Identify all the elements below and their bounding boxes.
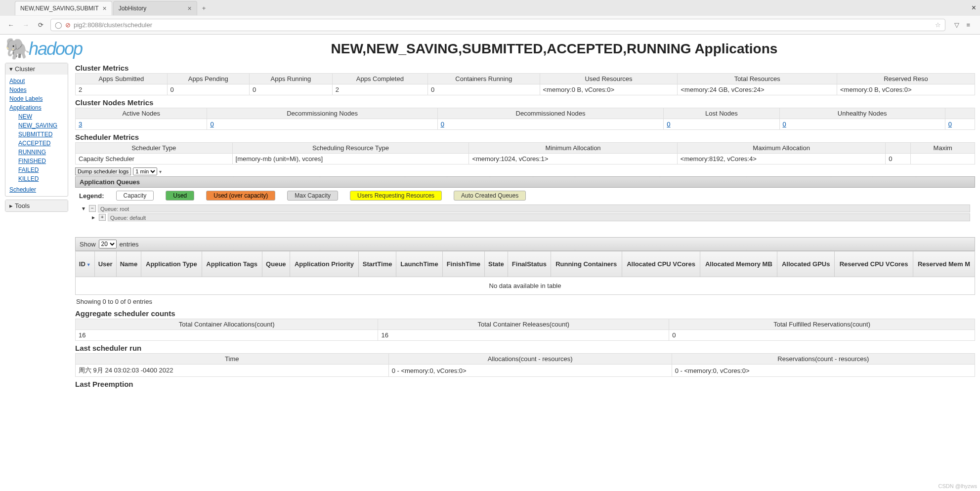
tab-label: NEW,NEW_SAVING,SUBMIT xyxy=(20,5,98,12)
th xyxy=(886,143,911,154)
app-queues-header: Application Queues xyxy=(75,176,975,188)
decom-nodes-link[interactable]: 0 xyxy=(210,121,213,128)
th-apptags[interactable]: Application Tags xyxy=(202,251,262,277)
tab-label: JobHistory xyxy=(119,5,147,12)
td: 0 xyxy=(427,84,540,95)
th-mem[interactable]: Allocated Memory MB xyxy=(700,251,777,277)
td: 0 xyxy=(886,154,911,164)
close-icon[interactable]: × xyxy=(102,4,106,12)
window-close-icon[interactable]: × xyxy=(972,3,976,12)
th: Minimum Allocation xyxy=(469,143,677,154)
cluster-metrics-title: Cluster Metrics xyxy=(75,64,975,72)
sidebar: ▾ Cluster About Nodes Node Labels Applic… xyxy=(5,63,68,389)
plus-icon[interactable]: + xyxy=(99,214,106,221)
td: 2 xyxy=(332,84,427,95)
th-finalstatus[interactable]: FinalStatus xyxy=(508,251,551,277)
th-state[interactable]: State xyxy=(484,251,508,277)
th-name[interactable]: Name xyxy=(116,251,141,277)
active-nodes-link[interactable]: 3 xyxy=(79,121,82,128)
forward-button[interactable]: → xyxy=(21,20,31,30)
th-vcores[interactable]: Allocated CPU VCores xyxy=(622,251,700,277)
th-id[interactable]: ID▼ xyxy=(76,251,95,277)
bookmark-star-icon[interactable]: ☆ xyxy=(935,21,941,29)
sidebar-link-finished[interactable]: FINISHED xyxy=(18,157,64,165)
sidebar-link-nodes[interactable]: Nodes xyxy=(9,85,64,94)
td: 0 - <memory:0, vCores:0> xyxy=(388,365,672,377)
unhealthy-nodes-link[interactable]: 0 xyxy=(783,121,786,128)
nodes-metrics-title: Cluster Nodes Metrics xyxy=(75,98,975,107)
nodes-link[interactable]: 0 xyxy=(948,121,952,128)
url-bar[interactable]: ◯ ⊘ ☆ xyxy=(50,19,945,31)
dump-scheduler-row: Dump scheduler logs 1 min ▾ xyxy=(75,167,975,175)
th-launchtime[interactable]: LaunchTime xyxy=(396,251,443,277)
th: Allocations(count - resources) xyxy=(388,354,672,365)
tab-inactive[interactable]: JobHistory × xyxy=(113,1,197,15)
th: Reservations(count - resources) xyxy=(672,354,975,365)
th-queue[interactable]: Queue xyxy=(262,251,290,277)
sidebar-link-failed[interactable]: FAILED xyxy=(18,165,64,174)
td: 2 xyxy=(76,84,168,95)
sidebar-link-about[interactable]: About xyxy=(9,77,64,85)
new-tab-button[interactable]: + xyxy=(198,2,210,14)
showing-info: Showing 0 to 0 of 0 entries xyxy=(75,295,975,308)
queue-default-bar[interactable]: Queue: default xyxy=(108,213,970,221)
close-icon[interactable]: × xyxy=(187,4,191,12)
th-gpus[interactable]: Allocated GPUs xyxy=(777,251,835,277)
url-input[interactable] xyxy=(74,21,932,29)
td: <memory:24 GB, vCores:24> xyxy=(678,84,837,95)
th-finishtime[interactable]: FinishTime xyxy=(442,251,484,277)
entries-select[interactable]: 20 xyxy=(99,240,117,248)
legend-over: Used (over capacity) xyxy=(206,191,275,201)
dump-scheduler-button[interactable]: Dump scheduler logs xyxy=(75,167,131,175)
logo: 🐘hadoop xyxy=(5,37,124,61)
tree-collapse-icon[interactable]: ▾ xyxy=(80,205,87,212)
th-priority[interactable]: Application Priority xyxy=(290,251,358,277)
sidebar-link-new[interactable]: NEW xyxy=(18,112,64,121)
th-apptype[interactable]: Application Type xyxy=(141,251,202,277)
td: Capacity Scheduler xyxy=(76,154,233,164)
sidebar-link-accepted[interactable]: ACCEPTED xyxy=(18,139,64,148)
td: [memory-mb (unit=Mi), vcores] xyxy=(232,154,469,164)
browser-chrome: NEW,NEW_SAVING,SUBMIT × JobHistory × + ×… xyxy=(0,0,980,35)
th-user[interactable]: User xyxy=(94,251,116,277)
sidebar-link-newsaving[interactable]: NEW_SAVING xyxy=(18,121,64,130)
th xyxy=(945,108,975,119)
sidebar-tools-header[interactable]: ▸ Tools xyxy=(5,200,68,211)
decomd-nodes-link[interactable]: 0 xyxy=(441,121,444,128)
th-starttime[interactable]: StartTime xyxy=(359,251,396,277)
chevron-down-icon: ▾ xyxy=(9,65,13,73)
th-resmem[interactable]: Reserved Mem M xyxy=(913,251,975,277)
dump-duration-select[interactable]: 1 min xyxy=(133,167,157,175)
th: Reserved Reso xyxy=(837,74,975,84)
th-running[interactable]: Running Containers xyxy=(551,251,622,277)
nodata-cell: No data available in table xyxy=(76,277,975,295)
sidebar-link-running[interactable]: RUNNING xyxy=(18,148,64,157)
tab-active[interactable]: NEW,NEW_SAVING,SUBMIT × xyxy=(15,1,112,15)
minus-icon[interactable]: − xyxy=(89,205,96,212)
sidebar-link-nodelabels[interactable]: Node Labels xyxy=(9,94,64,103)
td xyxy=(911,154,975,164)
menu-icon[interactable]: ≡ xyxy=(966,21,970,29)
sidebar-link-killed[interactable]: KILLED xyxy=(18,174,64,183)
th: Total Resources xyxy=(678,74,837,84)
sidebar-link-scheduler[interactable]: Scheduler xyxy=(9,185,64,194)
sidebar-link-applications[interactable]: Applications xyxy=(9,103,64,112)
chevron-right-icon: ▸ xyxy=(9,202,13,209)
entries-bar: Show 20 entries xyxy=(75,237,975,251)
sort-desc-icon: ▼ xyxy=(86,262,91,267)
lost-nodes-link[interactable]: 0 xyxy=(667,121,670,128)
sidebar-cluster-header[interactable]: ▾ Cluster xyxy=(5,63,68,75)
th-resvcores[interactable]: Reserved CPU VCores xyxy=(835,251,913,277)
pocket-icon[interactable]: ▽ xyxy=(954,21,959,29)
last-preemption-title: Last Preemption xyxy=(75,380,975,388)
last-run-table: Time Allocations(count - resources) Rese… xyxy=(75,353,975,377)
queue-root-bar[interactable]: Queue: root xyxy=(98,205,970,212)
tree-expand-icon[interactable]: ▸ xyxy=(90,214,97,221)
reload-button[interactable]: ⟳ xyxy=(36,20,45,30)
back-button[interactable]: ← xyxy=(6,20,16,30)
th: Containers Running xyxy=(427,74,540,84)
th: Scheduler Type xyxy=(76,143,233,154)
sidebar-link-submitted[interactable]: SUBMITTED xyxy=(18,130,64,139)
td: 3 xyxy=(76,119,207,130)
legend-used: Used xyxy=(166,191,194,201)
